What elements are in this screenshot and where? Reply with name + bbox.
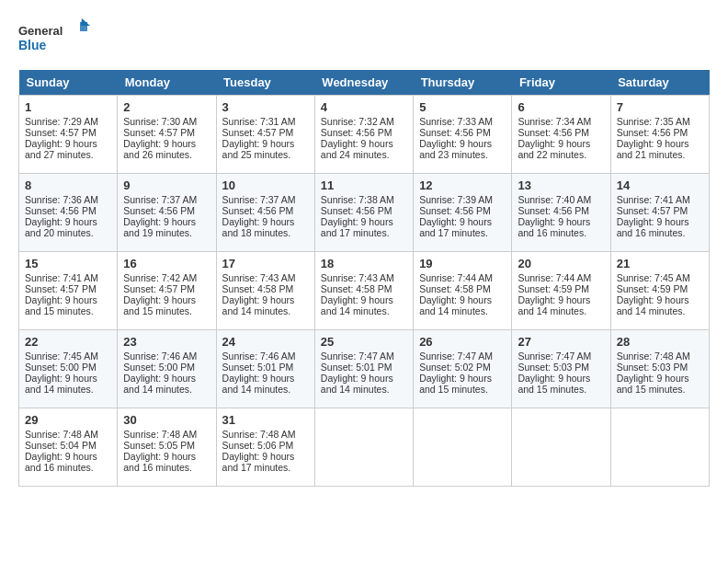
day-info-line: Daylight: 9 hours	[123, 294, 210, 305]
day-info-line: Sunrise: 7:32 AM	[321, 116, 407, 127]
day-info-line: Daylight: 9 hours	[617, 373, 703, 384]
day-number: 23	[123, 335, 210, 349]
day-info-line: Daylight: 9 hours	[222, 216, 309, 227]
day-info-line: Sunset: 5:06 PM	[222, 440, 309, 451]
day-number: 30	[123, 413, 210, 427]
calendar-header-row: SundayMondayTuesdayWednesdayThursdayFrid…	[19, 70, 710, 96]
day-info-line: and 17 minutes.	[419, 227, 506, 238]
calendar-cell	[414, 408, 512, 487]
calendar-cell: 12Sunrise: 7:39 AMSunset: 4:56 PMDayligh…	[414, 174, 512, 252]
calendar-cell: 7Sunrise: 7:35 AMSunset: 4:56 PMDaylight…	[610, 96, 709, 174]
day-info-line: Sunrise: 7:41 AM	[617, 194, 703, 205]
calendar-cell: 13Sunrise: 7:40 AMSunset: 4:56 PMDayligh…	[512, 174, 610, 252]
day-info-line: and 14 minutes.	[518, 305, 604, 316]
calendar-cell: 27Sunrise: 7:47 AMSunset: 5:03 PMDayligh…	[512, 330, 610, 408]
calendar-cell: 29Sunrise: 7:48 AMSunset: 5:04 PMDayligh…	[19, 408, 118, 487]
day-info-line: Sunrise: 7:48 AM	[617, 350, 703, 362]
day-info-line: Sunset: 4:57 PM	[123, 283, 210, 294]
day-info-line: Sunset: 5:05 PM	[123, 440, 210, 451]
col-header-sunday: Sunday	[19, 70, 118, 96]
day-number: 25	[321, 335, 407, 349]
day-info-line: Sunrise: 7:47 AM	[321, 350, 407, 362]
col-header-saturday: Saturday	[610, 70, 709, 96]
day-info-line: Sunrise: 7:45 AM	[25, 350, 111, 362]
calendar-cell: 22Sunrise: 7:45 AMSunset: 5:00 PMDayligh…	[19, 330, 118, 408]
day-info-line: Daylight: 9 hours	[25, 373, 111, 384]
calendar-cell: 28Sunrise: 7:48 AMSunset: 5:03 PMDayligh…	[610, 330, 709, 408]
day-info-line: and 17 minutes.	[321, 227, 407, 238]
day-number: 12	[419, 178, 506, 192]
col-header-thursday: Thursday	[414, 70, 512, 96]
day-info-line: Sunset: 4:56 PM	[419, 205, 506, 216]
day-info-line: Sunset: 5:01 PM	[222, 362, 309, 373]
page-header: General Blue	[18, 18, 710, 55]
calendar-cell	[512, 408, 610, 487]
day-info-line: Sunset: 4:56 PM	[419, 127, 506, 138]
day-number: 11	[321, 178, 407, 192]
day-info-line: Sunrise: 7:44 AM	[518, 272, 604, 283]
day-info-line: Daylight: 9 hours	[25, 138, 111, 149]
day-info-line: and 25 minutes.	[222, 149, 309, 160]
day-info-line: and 16 minutes.	[617, 227, 703, 238]
day-number: 10	[222, 178, 309, 192]
day-info-line: Sunset: 4:56 PM	[518, 127, 604, 138]
day-number: 13	[518, 178, 604, 192]
day-info-line: Daylight: 9 hours	[419, 138, 506, 149]
calendar-week-row: 22Sunrise: 7:45 AMSunset: 5:00 PMDayligh…	[19, 330, 710, 408]
day-number: 6	[518, 100, 604, 114]
calendar-cell: 19Sunrise: 7:44 AMSunset: 4:58 PMDayligh…	[414, 252, 512, 330]
day-info-line: Sunrise: 7:38 AM	[321, 194, 407, 205]
day-info-line: and 18 minutes.	[222, 227, 309, 238]
day-info-line: and 16 minutes.	[123, 462, 210, 473]
day-info-line: and 15 minutes.	[518, 384, 604, 395]
day-info-line: Daylight: 9 hours	[518, 216, 604, 227]
day-info-line: and 14 minutes.	[419, 305, 506, 316]
day-info-line: and 14 minutes.	[222, 384, 309, 395]
calendar-cell: 16Sunrise: 7:42 AMSunset: 4:57 PMDayligh…	[118, 252, 216, 330]
svg-marker-3	[81, 18, 90, 26]
day-info-line: Sunrise: 7:48 AM	[123, 429, 210, 440]
day-info-line: Sunrise: 7:47 AM	[518, 350, 604, 362]
day-number: 22	[25, 335, 111, 349]
day-info-line: Sunset: 4:56 PM	[222, 205, 309, 216]
day-info-line: Sunrise: 7:48 AM	[222, 429, 309, 440]
day-number: 15	[25, 257, 111, 270]
day-info-line: Sunrise: 7:30 AM	[123, 116, 210, 127]
day-info-line: Daylight: 9 hours	[321, 138, 407, 149]
calendar-cell: 26Sunrise: 7:47 AMSunset: 5:02 PMDayligh…	[414, 330, 512, 408]
day-info-line: Daylight: 9 hours	[123, 373, 210, 384]
day-info-line: and 15 minutes.	[25, 305, 111, 316]
calendar-cell: 23Sunrise: 7:46 AMSunset: 5:00 PMDayligh…	[118, 330, 216, 408]
day-info-line: Sunset: 5:02 PM	[419, 362, 506, 373]
day-info-line: Daylight: 9 hours	[222, 294, 309, 305]
day-info-line: and 14 minutes.	[25, 384, 111, 395]
day-number: 16	[123, 257, 210, 270]
day-info-line: Sunset: 4:59 PM	[617, 283, 703, 294]
day-number: 28	[617, 335, 703, 349]
day-info-line: Sunset: 4:59 PM	[518, 283, 604, 294]
calendar-table: SundayMondayTuesdayWednesdayThursdayFrid…	[18, 70, 710, 487]
day-info-line: Sunrise: 7:44 AM	[419, 272, 506, 283]
day-info-line: and 14 minutes.	[321, 305, 407, 316]
day-number: 17	[222, 257, 309, 270]
day-info-line: Sunrise: 7:48 AM	[25, 429, 111, 440]
calendar-cell: 4Sunrise: 7:32 AMSunset: 4:56 PMDaylight…	[314, 96, 413, 174]
day-number: 7	[617, 100, 703, 114]
day-number: 21	[617, 257, 703, 270]
col-header-wednesday: Wednesday	[314, 70, 413, 96]
day-info-line: and 26 minutes.	[123, 149, 210, 160]
svg-text:Blue: Blue	[18, 38, 47, 52]
calendar-cell	[610, 408, 709, 487]
day-info-line: Sunset: 5:04 PM	[25, 440, 111, 451]
day-number: 29	[25, 413, 111, 427]
day-number: 31	[222, 413, 309, 427]
day-number: 9	[123, 178, 210, 192]
calendar-cell	[314, 408, 413, 487]
calendar-cell: 17Sunrise: 7:43 AMSunset: 4:58 PMDayligh…	[216, 252, 314, 330]
day-info-line: Daylight: 9 hours	[321, 216, 407, 227]
day-info-line: and 27 minutes.	[25, 149, 111, 160]
day-info-line: Daylight: 9 hours	[321, 294, 407, 305]
day-number: 5	[419, 100, 506, 114]
day-info-line: Sunset: 4:57 PM	[123, 127, 210, 138]
day-info-line: Sunrise: 7:40 AM	[518, 194, 604, 205]
